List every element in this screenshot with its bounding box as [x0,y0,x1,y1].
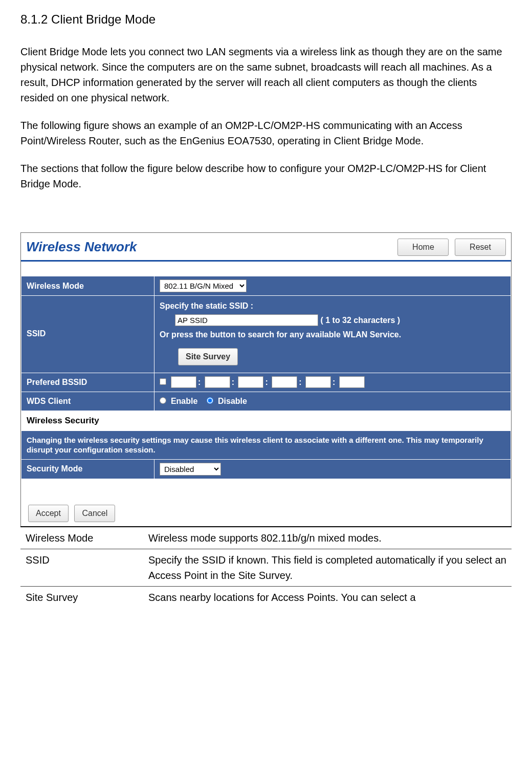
bssid-field-6[interactable] [339,376,365,388]
ssid-static-line: Specify the static SSID : [160,300,505,312]
preferred-bssid-label: Prefered BSSID [21,373,154,392]
site-survey-button[interactable]: Site Survey [178,348,238,365]
section-heading: 8.1.2 Client Bridge Mode [20,10,512,29]
desc-ssid-label: SSID [20,549,143,586]
ssid-hint: ( 1 to 32 characters ) [320,316,400,325]
desc-site-survey-text: Scans nearby locations for Access Points… [143,586,512,608]
bssid-field-1[interactable] [171,376,196,388]
security-mode-select[interactable]: Disabled [160,463,221,476]
panel-title: Wireless Network [26,237,137,257]
wireless-mode-label: Wireless Mode [21,276,154,296]
ssid-input[interactable] [175,314,318,326]
desc-wireless-mode-text: Wireless mode supports 802.11b/g/n mixed… [143,527,512,549]
bssid-field-5[interactable] [305,376,331,388]
wds-disable-radio[interactable] [207,397,213,404]
bssid-field-2[interactable] [205,376,230,388]
desc-site-survey-label: Site Survey [20,586,143,608]
intro-paragraph-2b: Point/Wireless Router, such as the EnGen… [20,133,512,148]
desc-wireless-mode-label: Wireless Mode [20,527,143,549]
settings-table: Wireless Mode 802.11 B/G/N Mixed SSID Sp… [21,276,511,479]
wireless-security-heading: Wireless Security [21,411,511,431]
wds-client-label: WDS Client [21,392,154,411]
wds-disable-label: Disable [218,397,247,405]
description-table: Wireless Mode Wireless mode supports 802… [20,526,512,608]
security-mode-label: Security Mode [21,459,154,479]
wireless-mode-select[interactable]: 802.11 B/G/N Mixed [160,279,247,292]
reset-button[interactable]: Reset [455,239,506,256]
config-screenshot: Wireless Network Home Reset Wireless Mod… [20,232,512,527]
intro-paragraph-1: Client Bridge Mode lets you connect two … [20,44,512,105]
home-button[interactable]: Home [397,239,449,256]
intro-paragraph-2a: The following figure shows an example of… [20,118,512,133]
accept-button[interactable]: Accept [28,505,69,522]
panel-header: Wireless Network Home Reset [21,233,511,262]
bssid-field-3[interactable] [238,376,263,388]
desc-ssid-text: Specify the SSID if known. This field is… [143,549,512,586]
ssid-label: SSID [21,296,154,373]
wds-enable-radio[interactable] [160,397,166,404]
bssid-checkbox[interactable] [160,378,166,385]
wds-enable-label: Enable [171,397,197,405]
ssid-or-line: Or press the button to search for any av… [160,329,505,341]
bssid-field-4[interactable] [272,376,297,388]
security-warning: Changing the wireless security settings … [21,430,511,459]
intro-paragraph-3a: The sections that follow the figure belo… [20,161,512,176]
intro-paragraph-3b: Bridge Mode. [20,176,512,191]
cancel-button[interactable]: Cancel [74,505,115,522]
